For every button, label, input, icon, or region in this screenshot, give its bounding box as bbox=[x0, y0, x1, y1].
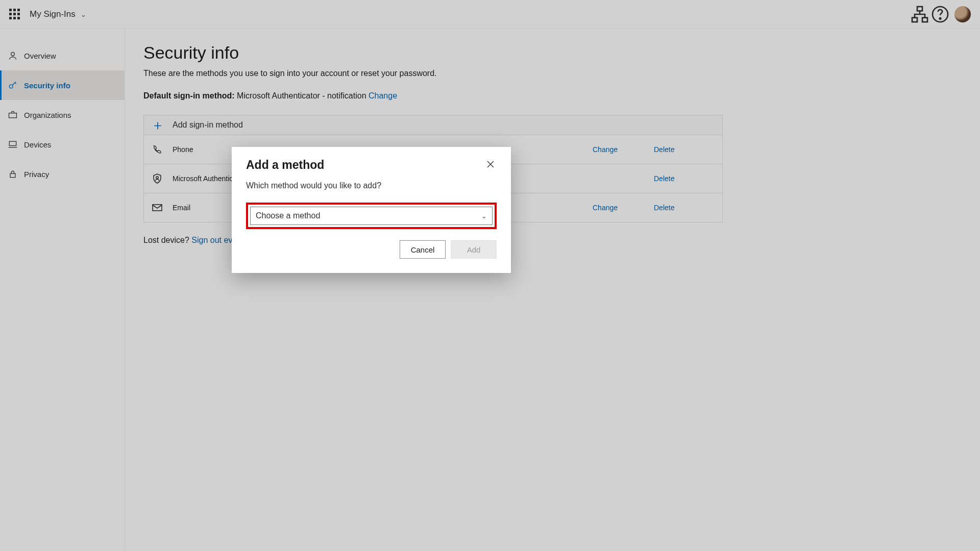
add-method-dialog: Add a method Which method would you like… bbox=[232, 147, 511, 273]
dropdown-placeholder: Choose a method bbox=[256, 211, 320, 220]
chevron-down-icon: ⌄ bbox=[481, 212, 487, 220]
modal-backdrop bbox=[0, 0, 980, 551]
add-button: Add bbox=[451, 240, 497, 259]
choose-method-dropdown[interactable]: Choose a method ⌄ bbox=[250, 207, 493, 225]
close-icon[interactable] bbox=[484, 158, 497, 170]
dialog-title: Add a method bbox=[246, 158, 484, 172]
dialog-subtitle: Which method would you like to add? bbox=[246, 181, 497, 190]
cancel-button[interactable]: Cancel bbox=[400, 240, 446, 259]
highlight-box: Choose a method ⌄ bbox=[246, 203, 497, 229]
